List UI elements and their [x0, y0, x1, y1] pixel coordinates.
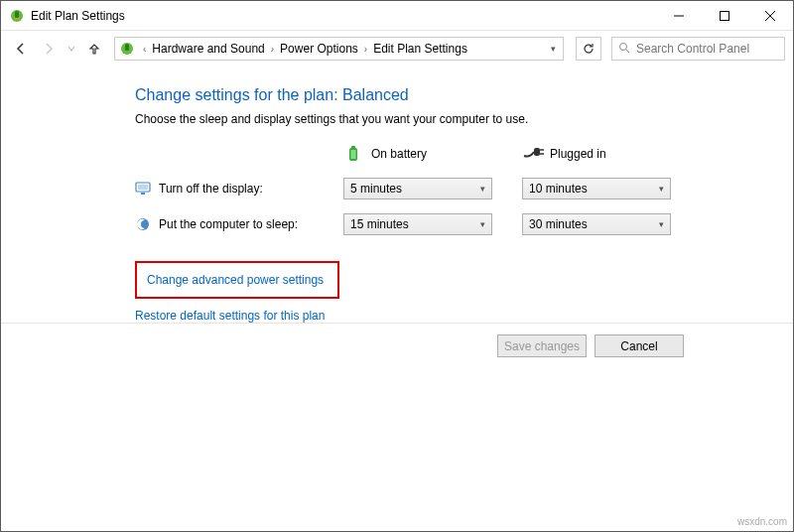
display-plugged-select[interactable]: 10 minutes ▾ [522, 178, 671, 200]
row-text: Put the computer to sleep: [159, 217, 298, 231]
column-label: On battery [371, 147, 427, 161]
svg-rect-18 [138, 185, 148, 190]
svg-rect-19 [141, 193, 145, 195]
plug-icon [522, 144, 542, 164]
column-header-battery: On battery [343, 144, 492, 164]
chevron-left-icon[interactable]: ‹ [139, 44, 150, 55]
chevron-down-icon: ▾ [659, 184, 664, 194]
battery-icon [343, 144, 363, 164]
search-placeholder: Search Control Panel [636, 42, 749, 56]
up-button[interactable] [82, 37, 106, 61]
advanced-settings-link[interactable]: Change advanced power settings [147, 273, 324, 287]
chevron-right-icon: › [267, 44, 278, 55]
breadcrumb-item[interactable]: Edit Plan Settings [371, 42, 469, 56]
select-value: 30 minutes [529, 217, 588, 231]
breadcrumb-item[interactable]: Power Options [278, 42, 360, 56]
row-label-display: Turn off the display: [135, 181, 314, 197]
settings-grid: On battery Plugged in [135, 144, 793, 235]
maximize-button[interactable] [702, 1, 747, 30]
save-button[interactable]: Save changes [497, 334, 587, 357]
page-description: Choose the sleep and display settings th… [135, 112, 793, 126]
select-value: 10 minutes [529, 182, 588, 196]
column-header-plugged: Plugged in [522, 144, 671, 164]
recent-locations-button[interactable] [65, 37, 78, 61]
refresh-button[interactable] [576, 37, 601, 61]
svg-rect-4 [721, 11, 729, 20]
svg-rect-12 [351, 146, 355, 149]
back-button[interactable] [9, 37, 33, 61]
watermark: wsxdn.com [737, 516, 787, 527]
svg-rect-1 [15, 11, 19, 18]
titlebar: Edit Plan Settings [1, 1, 793, 31]
address-bar[interactable]: ‹ Hardware and Sound › Power Options › E… [114, 37, 564, 61]
column-label: Plugged in [550, 147, 606, 161]
highlight-box: Change advanced power settings [135, 261, 339, 299]
chevron-down-icon: ▾ [659, 219, 664, 229]
restore-defaults-link[interactable]: Restore default settings for this plan [135, 309, 325, 323]
forward-button[interactable] [37, 37, 61, 61]
window-controls [656, 1, 793, 30]
svg-rect-8 [125, 44, 129, 51]
moon-icon [135, 216, 151, 232]
nav-row: ‹ Hardware and Sound › Power Options › E… [1, 31, 793, 66]
svg-rect-13 [351, 150, 356, 159]
svg-rect-2 [14, 18, 20, 20]
chevron-down-icon: ▾ [480, 184, 485, 194]
select-value: 15 minutes [350, 217, 409, 231]
sleep-plugged-select[interactable]: 30 minutes ▾ [522, 213, 671, 235]
links-section: Change advanced power settings Restore d… [135, 261, 793, 323]
power-options-icon [9, 8, 25, 24]
close-button[interactable] [747, 1, 793, 30]
display-icon [135, 181, 151, 197]
window-title: Edit Plan Settings [31, 9, 656, 23]
page-title: Change settings for the plan: Balanced [135, 86, 793, 104]
search-input[interactable]: Search Control Panel [611, 37, 785, 61]
svg-line-10 [626, 50, 629, 53]
footer: Save changes Cancel [1, 323, 793, 368]
chevron-right-icon: › [360, 44, 371, 55]
select-value: 5 minutes [350, 182, 402, 196]
svg-rect-14 [534, 148, 540, 156]
address-dropdown-button[interactable]: ▾ [543, 44, 563, 54]
chevron-down-icon: ▾ [480, 219, 485, 229]
row-text: Turn off the display: [159, 182, 263, 196]
cancel-button[interactable]: Cancel [595, 334, 684, 357]
power-options-icon [115, 41, 139, 57]
minimize-button[interactable] [656, 1, 702, 30]
breadcrumb-item[interactable]: Hardware and Sound [150, 42, 266, 56]
display-battery-select[interactable]: 5 minutes ▾ [343, 178, 492, 200]
main-content: Change settings for the plan: Balanced C… [1, 74, 793, 323]
search-icon [618, 42, 630, 57]
sleep-battery-select[interactable]: 15 minutes ▾ [343, 213, 492, 235]
row-label-sleep: Put the computer to sleep: [135, 216, 314, 232]
svg-point-9 [620, 43, 627, 50]
